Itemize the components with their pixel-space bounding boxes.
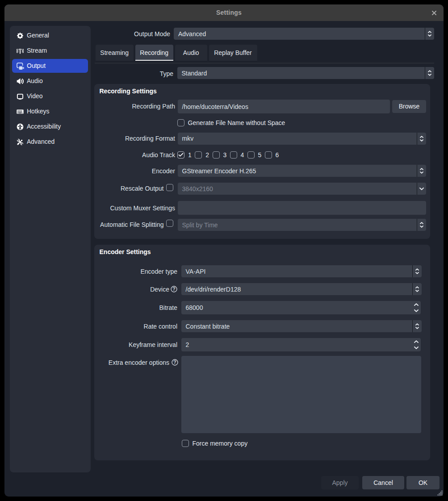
svg-text:?: ? [173,359,176,365]
svg-text:?: ? [172,286,175,292]
